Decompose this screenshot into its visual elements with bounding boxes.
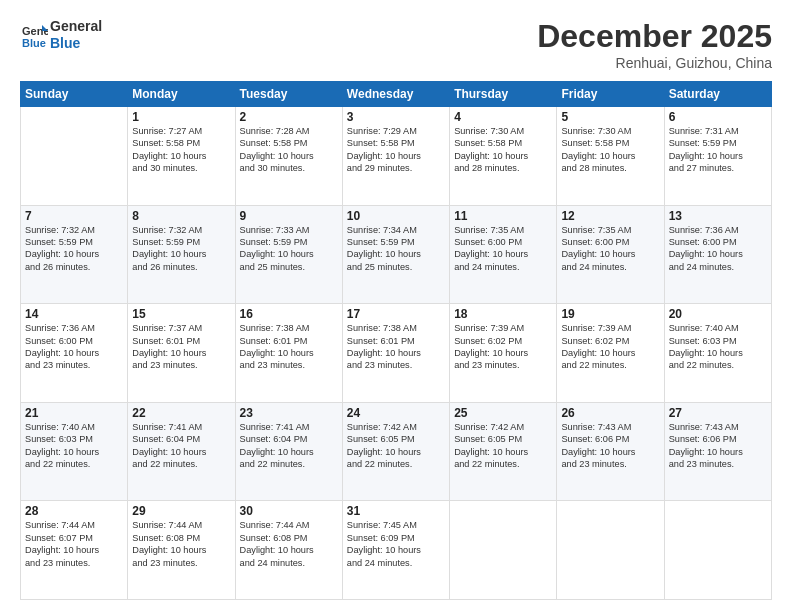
cell-content: Sunrise: 7:36 AM Sunset: 6:00 PM Dayligh… [669, 224, 767, 274]
day-number: 11 [454, 209, 552, 223]
day-number: 8 [132, 209, 230, 223]
calendar-cell: 4Sunrise: 7:30 AM Sunset: 5:58 PM Daylig… [450, 107, 557, 206]
calendar-cell: 2Sunrise: 7:28 AM Sunset: 5:58 PM Daylig… [235, 107, 342, 206]
day-number: 1 [132, 110, 230, 124]
week-row-3: 14Sunrise: 7:36 AM Sunset: 6:00 PM Dayli… [21, 304, 772, 403]
col-header-sunday: Sunday [21, 82, 128, 107]
day-number: 16 [240, 307, 338, 321]
day-number: 12 [561, 209, 659, 223]
calendar-cell: 13Sunrise: 7:36 AM Sunset: 6:00 PM Dayli… [664, 205, 771, 304]
day-number: 25 [454, 406, 552, 420]
cell-content: Sunrise: 7:39 AM Sunset: 6:02 PM Dayligh… [454, 322, 552, 372]
cell-content: Sunrise: 7:38 AM Sunset: 6:01 PM Dayligh… [240, 322, 338, 372]
col-header-thursday: Thursday [450, 82, 557, 107]
calendar-cell: 30Sunrise: 7:44 AM Sunset: 6:08 PM Dayli… [235, 501, 342, 600]
cell-content: Sunrise: 7:30 AM Sunset: 5:58 PM Dayligh… [454, 125, 552, 175]
cell-content: Sunrise: 7:43 AM Sunset: 6:06 PM Dayligh… [669, 421, 767, 471]
day-number: 30 [240, 504, 338, 518]
logo-blue: Blue [50, 35, 102, 52]
logo-icon: General Blue [20, 21, 48, 49]
logo: General Blue General Blue [20, 18, 102, 52]
title-block: December 2025 Renhuai, Guizhou, China [537, 18, 772, 71]
calendar-cell: 17Sunrise: 7:38 AM Sunset: 6:01 PM Dayli… [342, 304, 449, 403]
week-row-4: 21Sunrise: 7:40 AM Sunset: 6:03 PM Dayli… [21, 402, 772, 501]
calendar-cell: 19Sunrise: 7:39 AM Sunset: 6:02 PM Dayli… [557, 304, 664, 403]
week-row-5: 28Sunrise: 7:44 AM Sunset: 6:07 PM Dayli… [21, 501, 772, 600]
day-number: 9 [240, 209, 338, 223]
calendar-cell: 14Sunrise: 7:36 AM Sunset: 6:00 PM Dayli… [21, 304, 128, 403]
month-title: December 2025 [537, 18, 772, 55]
calendar-cell: 3Sunrise: 7:29 AM Sunset: 5:58 PM Daylig… [342, 107, 449, 206]
cell-content: Sunrise: 7:27 AM Sunset: 5:58 PM Dayligh… [132, 125, 230, 175]
day-number: 28 [25, 504, 123, 518]
calendar-cell: 10Sunrise: 7:34 AM Sunset: 5:59 PM Dayli… [342, 205, 449, 304]
day-number: 29 [132, 504, 230, 518]
cell-content: Sunrise: 7:32 AM Sunset: 5:59 PM Dayligh… [132, 224, 230, 274]
calendar-cell: 7Sunrise: 7:32 AM Sunset: 5:59 PM Daylig… [21, 205, 128, 304]
calendar-cell: 6Sunrise: 7:31 AM Sunset: 5:59 PM Daylig… [664, 107, 771, 206]
day-number: 20 [669, 307, 767, 321]
cell-content: Sunrise: 7:35 AM Sunset: 6:00 PM Dayligh… [561, 224, 659, 274]
calendar-cell: 20Sunrise: 7:40 AM Sunset: 6:03 PM Dayli… [664, 304, 771, 403]
calendar-page: General Blue General Blue December 2025 … [0, 0, 792, 612]
calendar-cell: 12Sunrise: 7:35 AM Sunset: 6:00 PM Dayli… [557, 205, 664, 304]
day-number: 4 [454, 110, 552, 124]
day-number: 27 [669, 406, 767, 420]
calendar-cell: 21Sunrise: 7:40 AM Sunset: 6:03 PM Dayli… [21, 402, 128, 501]
location: Renhuai, Guizhou, China [537, 55, 772, 71]
cell-content: Sunrise: 7:30 AM Sunset: 5:58 PM Dayligh… [561, 125, 659, 175]
calendar-cell: 26Sunrise: 7:43 AM Sunset: 6:06 PM Dayli… [557, 402, 664, 501]
cell-content: Sunrise: 7:40 AM Sunset: 6:03 PM Dayligh… [25, 421, 123, 471]
day-number: 17 [347, 307, 445, 321]
col-header-friday: Friday [557, 82, 664, 107]
calendar-cell [21, 107, 128, 206]
cell-content: Sunrise: 7:38 AM Sunset: 6:01 PM Dayligh… [347, 322, 445, 372]
calendar-cell: 22Sunrise: 7:41 AM Sunset: 6:04 PM Dayli… [128, 402, 235, 501]
col-header-tuesday: Tuesday [235, 82, 342, 107]
cell-content: Sunrise: 7:45 AM Sunset: 6:09 PM Dayligh… [347, 519, 445, 569]
cell-content: Sunrise: 7:29 AM Sunset: 5:58 PM Dayligh… [347, 125, 445, 175]
calendar-cell: 5Sunrise: 7:30 AM Sunset: 5:58 PM Daylig… [557, 107, 664, 206]
cell-content: Sunrise: 7:44 AM Sunset: 6:07 PM Dayligh… [25, 519, 123, 569]
calendar-cell: 15Sunrise: 7:37 AM Sunset: 6:01 PM Dayli… [128, 304, 235, 403]
calendar-cell: 28Sunrise: 7:44 AM Sunset: 6:07 PM Dayli… [21, 501, 128, 600]
cell-content: Sunrise: 7:31 AM Sunset: 5:59 PM Dayligh… [669, 125, 767, 175]
cell-content: Sunrise: 7:36 AM Sunset: 6:00 PM Dayligh… [25, 322, 123, 372]
week-row-2: 7Sunrise: 7:32 AM Sunset: 5:59 PM Daylig… [21, 205, 772, 304]
cell-content: Sunrise: 7:39 AM Sunset: 6:02 PM Dayligh… [561, 322, 659, 372]
day-number: 14 [25, 307, 123, 321]
calendar-cell: 25Sunrise: 7:42 AM Sunset: 6:05 PM Dayli… [450, 402, 557, 501]
day-number: 22 [132, 406, 230, 420]
cell-content: Sunrise: 7:35 AM Sunset: 6:00 PM Dayligh… [454, 224, 552, 274]
calendar-cell [450, 501, 557, 600]
cell-content: Sunrise: 7:33 AM Sunset: 5:59 PM Dayligh… [240, 224, 338, 274]
col-header-saturday: Saturday [664, 82, 771, 107]
svg-text:Blue: Blue [22, 37, 46, 49]
calendar-cell [664, 501, 771, 600]
cell-content: Sunrise: 7:42 AM Sunset: 6:05 PM Dayligh… [347, 421, 445, 471]
day-number: 7 [25, 209, 123, 223]
col-header-monday: Monday [128, 82, 235, 107]
day-number: 6 [669, 110, 767, 124]
cell-content: Sunrise: 7:42 AM Sunset: 6:05 PM Dayligh… [454, 421, 552, 471]
cell-content: Sunrise: 7:43 AM Sunset: 6:06 PM Dayligh… [561, 421, 659, 471]
day-number: 3 [347, 110, 445, 124]
cell-content: Sunrise: 7:37 AM Sunset: 6:01 PM Dayligh… [132, 322, 230, 372]
calendar-table: SundayMondayTuesdayWednesdayThursdayFrid… [20, 81, 772, 600]
col-header-wednesday: Wednesday [342, 82, 449, 107]
calendar-cell: 11Sunrise: 7:35 AM Sunset: 6:00 PM Dayli… [450, 205, 557, 304]
cell-content: Sunrise: 7:28 AM Sunset: 5:58 PM Dayligh… [240, 125, 338, 175]
calendar-cell: 31Sunrise: 7:45 AM Sunset: 6:09 PM Dayli… [342, 501, 449, 600]
calendar-cell: 29Sunrise: 7:44 AM Sunset: 6:08 PM Dayli… [128, 501, 235, 600]
calendar-cell: 24Sunrise: 7:42 AM Sunset: 6:05 PM Dayli… [342, 402, 449, 501]
day-number: 24 [347, 406, 445, 420]
day-number: 31 [347, 504, 445, 518]
calendar-cell: 9Sunrise: 7:33 AM Sunset: 5:59 PM Daylig… [235, 205, 342, 304]
day-number: 15 [132, 307, 230, 321]
day-number: 2 [240, 110, 338, 124]
logo-general: General [50, 18, 102, 35]
day-number: 18 [454, 307, 552, 321]
calendar-cell: 16Sunrise: 7:38 AM Sunset: 6:01 PM Dayli… [235, 304, 342, 403]
cell-content: Sunrise: 7:44 AM Sunset: 6:08 PM Dayligh… [132, 519, 230, 569]
header: General Blue General Blue December 2025 … [20, 18, 772, 71]
